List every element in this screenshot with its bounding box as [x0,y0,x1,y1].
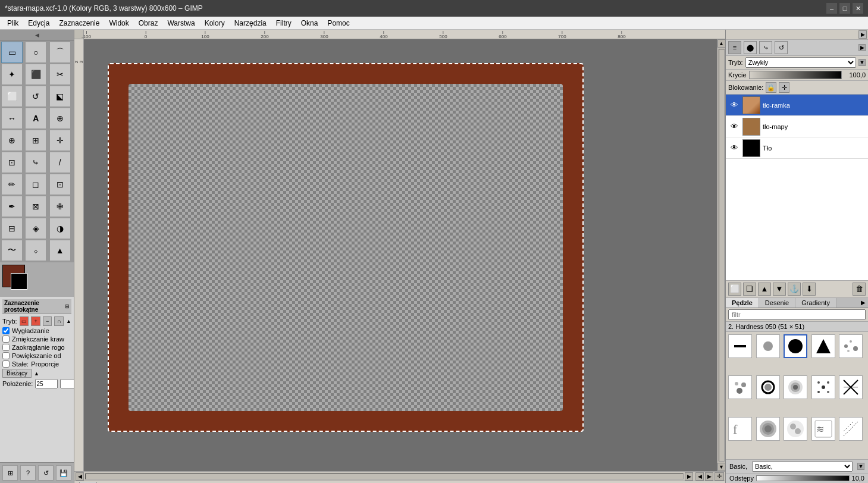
tool-zoom[interactable]: ⊕ [1,130,23,151]
expand-checkbox[interactable] [2,352,10,359]
tool-colorpicker[interactable]: ⊕ [49,108,71,129]
round-checkbox[interactable] [2,344,10,351]
tab-gradienty[interactable]: Gradienty [795,298,836,308]
brush-preset-select[interactable]: Basic, [752,461,853,472]
brush-item-5[interactable] [839,334,863,358]
anchor-layer-btn[interactable]: ⚓ [788,283,801,296]
tool-blend[interactable]: ▲ [49,240,71,261]
menu-widok[interactable]: Widok [104,18,133,29]
layer-eye-tlo-mapy[interactable]: 👁 [728,121,740,133]
new-layer-btn[interactable]: ⬜ [728,283,741,296]
menu-zaznaczenie[interactable]: Zaznaczenie [54,18,104,29]
lower-layer-btn[interactable]: ▼ [773,283,786,296]
brush-filter-input[interactable] [728,309,866,320]
brush-item-1[interactable] [728,334,752,358]
mode-intersect[interactable]: ∩ [54,316,64,326]
tool-transform[interactable]: ↺ [25,86,46,107]
layer-eye-tlo-ramka[interactable]: 👁 [728,99,740,111]
brush-item-8[interactable] [784,375,807,399]
scroll-up-arrow[interactable]: ▲ [717,39,726,48]
lock-position-btn[interactable]: ✛ [779,82,789,93]
tool-paintbrush[interactable]: ✏ [1,174,23,195]
position-x-input[interactable] [35,379,58,388]
mode-expand[interactable]: ▲ [66,318,71,324]
brush-item-12[interactable] [756,417,780,441]
maximize-button[interactable]: □ [839,3,850,14]
brush-bottom-expand[interactable]: ▼ [857,463,864,470]
tool-flip[interactable]: ↔ [1,108,23,129]
feather-checkbox[interactable] [2,335,10,343]
tool-move[interactable]: ✛ [49,130,71,151]
spacing-slider[interactable] [756,475,850,481]
tool-options-expand[interactable]: ⊞ [65,303,70,309]
tool-clone[interactable]: ⊠ [25,196,46,217]
menu-obraz[interactable]: Obraz [134,18,163,29]
brush-item-13[interactable] [784,417,807,441]
tool-text[interactable]: A [25,108,46,129]
tool-align[interactable]: ⊡ [1,152,23,173]
brush-item-10[interactable] [839,375,863,399]
brush-item-4[interactable] [811,334,835,358]
nav-right[interactable]: ▶ [705,472,713,481]
tool-airbrush[interactable]: ⊡ [49,174,71,195]
tool-heal[interactable]: ✙ [49,196,71,217]
layer-eye-tlo[interactable]: 👁 [728,142,740,154]
mode-replace[interactable]: ▭ [20,316,29,326]
scroll-h-track[interactable] [85,473,684,479]
tool-bottom-settings[interactable]: ⊞ [2,465,18,481]
tool-dodge-burn[interactable]: ◑ [49,218,71,239]
menu-narzedzia[interactable]: Narzędzia [230,18,271,29]
tool-crop[interactable]: ⬜ [1,86,23,107]
tool-eraser[interactable]: ◻ [25,174,46,195]
brush-item-3[interactable] [784,334,807,358]
merge-down-btn[interactable]: ⬇ [803,283,816,296]
tool-ellipse-select[interactable]: ○ [25,42,46,63]
canvas-image[interactable] [108,63,584,432]
layer-row-tlo-ramka[interactable]: 👁 tło-ramka [726,95,868,116]
menu-pomoc[interactable]: Pomoc [322,18,354,29]
opacity-slider[interactable] [749,71,842,79]
menu-plik[interactable]: Plik [2,18,23,29]
menu-edycja[interactable]: Edycja [23,18,54,29]
tool-scissors[interactable]: ✂ [49,64,71,85]
scroll-right-arrow[interactable]: ▶ [685,472,693,481]
lock-pixels-btn[interactable]: 🔒 [766,82,776,93]
undo-icon-btn[interactable]: ↺ [775,41,788,54]
toolbox-collapse[interactable]: ◀ [0,30,74,40]
brush-item-7[interactable] [756,375,780,399]
channels-icon-btn[interactable]: ⬤ [744,41,757,54]
close-button[interactable]: ✕ [853,3,863,14]
scroll-left-arrow[interactable]: ◀ [76,472,84,481]
tool-measure[interactable]: ⊞ [25,130,46,151]
mode-subtract[interactable]: − [43,316,52,326]
tool-bucket-fill[interactable]: ⬦ [25,240,46,261]
tab-pedzle[interactable]: Pędzle [726,298,759,308]
background-color[interactable] [11,273,27,290]
delete-layer-btn[interactable]: 🗑 [853,283,866,296]
position-y-input[interactable] [60,379,74,388]
mode-add[interactable]: + [31,316,40,326]
raise-layer-btn[interactable]: ▲ [758,283,771,296]
tool-paths[interactable]: ⤷ [25,152,46,173]
tool-perspective[interactable]: ⬕ [49,86,71,107]
menu-warstwa[interactable]: Warstwa [162,18,199,29]
layer-row-tlo-mapy[interactable]: 👁 tło-mapy [726,116,868,137]
canvas-center-button[interactable]: ✛ [715,472,724,481]
tab-desenie[interactable]: Desenie [759,298,795,308]
mode-dropdown[interactable]: Zwykły Mnożenie Ekran [745,57,856,68]
canvas-scroll[interactable] [84,39,717,471]
tool-bottom-save[interactable]: 💾 [56,465,71,481]
brush-item-15[interactable] [839,417,863,441]
menu-filtry[interactable]: Filtry [271,18,296,29]
duplicate-layer-btn[interactable]: ❏ [743,283,756,296]
brush-tab-expand[interactable]: ▶ [858,298,868,307]
mode-expand-btn[interactable]: ▼ [858,59,866,66]
fixed-checkbox[interactable] [2,360,10,368]
tool-bottom-help[interactable]: ? [20,465,36,481]
tool-bottom-reset[interactable]: ↺ [38,465,54,481]
tool-perspective-clone[interactable]: ⊟ [1,218,23,239]
scroll-v-track[interactable] [719,49,725,462]
brush-item-9[interactable] [811,375,835,399]
tool-fuzzy-select[interactable]: ✦ [1,64,23,85]
smoothing-checkbox[interactable] [2,327,10,334]
